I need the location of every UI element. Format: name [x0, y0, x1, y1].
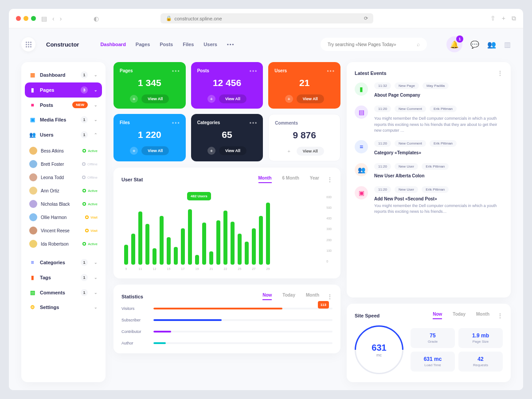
sidebar-item-pages[interactable]: ▮ Pages 3 ⌄ [25, 82, 102, 98]
avatar [29, 147, 37, 155]
user-row[interactable]: Nicholas Black Active [29, 197, 98, 211]
nav-pages[interactable]: Pages [136, 42, 150, 47]
more-icon[interactable]: ⋮ [497, 70, 503, 76]
event-item[interactable]: 👥 11:20New UserErik Pittman New User Alb… [355, 163, 503, 180]
more-icon[interactable]: ••• [172, 120, 180, 126]
speed-stats: 75Grade1.9 mbPage Size631 mcLoad Time42R… [411, 328, 503, 372]
notifications-button[interactable]: 🔔 1 [446, 36, 462, 52]
tab-today[interactable]: Today [282, 293, 295, 300]
sidebar-item-categories[interactable]: ≡ Categories 1 ⌄ [25, 255, 102, 270]
tab-month[interactable]: Month [476, 312, 489, 319]
url-bar[interactable]: 🔒 constructor.spline.one ⟳ [160, 13, 373, 23]
tab-year[interactable]: Year [310, 176, 319, 183]
stats-icon[interactable]: ▥ [504, 40, 511, 49]
user-row[interactable]: Ann Ortiz Active [29, 184, 98, 197]
event-item[interactable]: ▣ 11:20New UserErik Pittman Add New Post… [355, 186, 503, 215]
tabs-icon[interactable]: ⧉ [512, 15, 516, 22]
people-icon[interactable]: 👥 [487, 40, 496, 49]
user-row[interactable]: Bess Atkins Active [29, 144, 98, 157]
nav-dashboard[interactable]: Dashboard [100, 42, 125, 47]
stat-row: Author [121, 341, 332, 345]
chart-bar [252, 228, 256, 265]
view-all-button[interactable]: View All [219, 94, 246, 103]
more-icon[interactable]: ⋮ [327, 293, 332, 300]
view-all-button[interactable]: View All [141, 146, 169, 155]
more-icon[interactable]: ••• [327, 68, 335, 74]
event-item[interactable]: ▤ 11:20New CommentErik Pittman You might… [355, 106, 503, 134]
brand: Constructor [46, 41, 79, 48]
chart-bar [231, 222, 235, 265]
search-icon[interactable]: ⌕ [417, 41, 420, 47]
sidebar-item-posts[interactable]: ■ Posts NEW ⌄ [25, 98, 102, 112]
more-icon[interactable]: ••• [326, 121, 335, 127]
nav-users[interactable]: Users [203, 42, 217, 47]
add-icon[interactable]: + [285, 95, 293, 103]
window-controls[interactable] [16, 16, 36, 21]
search-box[interactable]: ⌕ [321, 38, 427, 51]
sidebar-item-users[interactable]: 👥 Users 1 ⌃ [25, 127, 102, 142]
nav-posts[interactable]: Posts [160, 42, 173, 47]
more-icon[interactable]: ••• [250, 68, 258, 74]
speed-cell: 42Requests [458, 352, 503, 372]
new-tab-icon[interactable]: + [502, 15, 505, 22]
metric-tile: Users ••• 21 + View All [268, 62, 340, 109]
sidebar-item-media[interactable]: ▣ Media Files 1 ⌄ [25, 112, 102, 127]
event-item[interactable]: ≡ 11:20New CommentErik Pittman Category … [355, 140, 503, 157]
y-axis: 6005004003002001000 [326, 196, 332, 263]
metric-tile: Pages ••• 1 345 + View All [113, 62, 186, 109]
back-icon[interactable]: ‹ [52, 15, 55, 22]
search-input[interactable] [328, 42, 413, 47]
user-row[interactable]: Ida Robertson Active [29, 237, 98, 250]
tab-now[interactable]: Now [262, 293, 272, 300]
url-text: constructor.spline.one [175, 16, 222, 21]
add-icon[interactable]: + [285, 147, 293, 155]
event-item[interactable]: ▮ 11:32New PageMay Padilla About Page Co… [355, 82, 503, 99]
tab-6month[interactable]: 6 Month [282, 176, 299, 183]
view-all-button[interactable]: View All [297, 147, 324, 156]
chart-bar [174, 247, 178, 265]
view-all-button[interactable]: View All [141, 94, 169, 103]
speed-gauge: 631 mc [355, 325, 403, 374]
sidebar-toggle-icon[interactable]: ▤ [41, 15, 47, 22]
panel-title: User Stat [121, 177, 143, 182]
tab-month[interactable]: Month [306, 293, 319, 300]
chart-bar [195, 255, 199, 265]
sidebar-item-comments[interactable]: ▤ Comments 1 ⌄ [25, 285, 102, 300]
metric-tiles: Pages ••• 1 345 + View All Posts ••• 12 … [113, 62, 340, 161]
tab-today[interactable]: Today [453, 312, 466, 319]
chat-icon[interactable]: 💬 [470, 40, 479, 49]
lock-icon: 🔒 [166, 16, 172, 21]
sidebar-item-tags[interactable]: ▮ Tags 1 ⌄ [25, 270, 102, 285]
view-all-button[interactable]: View All [219, 146, 246, 155]
add-icon[interactable]: + [130, 95, 138, 103]
more-icon[interactable]: ⋮ [327, 176, 332, 183]
users-icon: 👥 [29, 132, 35, 138]
sidebar-item-dashboard[interactable]: ▦ Dashboard 1 ⌄ [25, 67, 102, 82]
user-row[interactable]: Leona Todd Offline [29, 171, 98, 184]
view-all-button[interactable]: View All [297, 94, 324, 103]
refresh-icon[interactable]: ⟳ [364, 16, 368, 21]
sidebar-item-settings[interactable]: ⚙ Settings ⌄ [25, 300, 102, 314]
forward-icon[interactable]: › [60, 15, 62, 22]
app-logo[interactable] [21, 37, 35, 51]
nav-files[interactable]: Files [183, 42, 194, 47]
more-icon[interactable]: ••• [250, 120, 258, 126]
chevron-down-icon: ⌄ [94, 305, 98, 309]
user-row[interactable]: Vincent Reese Wait [29, 224, 98, 237]
avatar [29, 240, 37, 248]
speed-cell: 75Grade [411, 328, 455, 348]
add-icon[interactable]: + [207, 147, 215, 155]
nav-more[interactable]: ••• [227, 42, 235, 47]
user-row[interactable]: Brett Foster Offline [29, 157, 98, 171]
share-icon[interactable]: ⇧ [490, 15, 496, 22]
tab-month[interactable]: Month [258, 176, 272, 183]
chart-bar [131, 234, 135, 265]
shield-icon[interactable]: ◐ [94, 15, 99, 22]
tab-now[interactable]: Now [433, 312, 442, 319]
more-icon[interactable]: ⋮ [497, 313, 503, 319]
user-row[interactable]: Ollie Harmon Wait [29, 211, 98, 224]
more-icon[interactable]: ••• [172, 68, 180, 74]
add-icon[interactable]: + [130, 147, 138, 155]
add-icon[interactable]: + [207, 95, 215, 103]
avatar [29, 227, 37, 235]
